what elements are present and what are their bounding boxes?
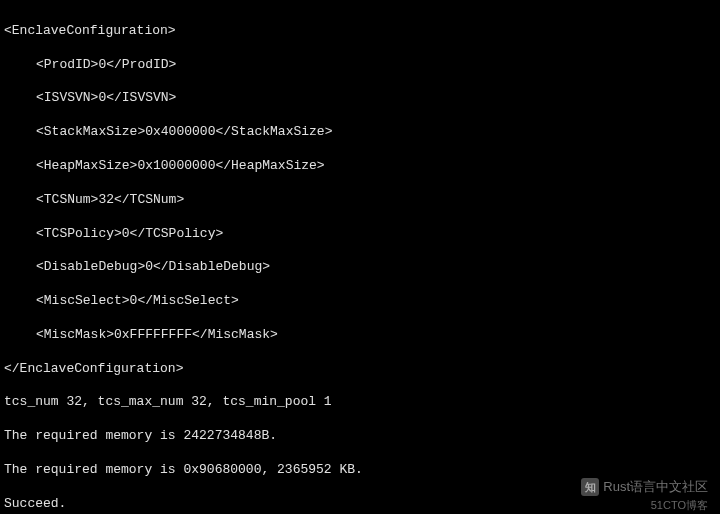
xml-miscselect: <MiscSelect>0</MiscSelect> [4, 293, 716, 310]
xml-heapmax: <HeapMaxSize>0x10000000</HeapMaxSize> [4, 158, 716, 175]
xml-miscmask: <MiscMask>0xFFFFFFFF</MiscMask> [4, 327, 716, 344]
watermark-overlay: 知 Rust语言中文社区 [581, 478, 708, 496]
xml-disabledebug: <DisableDebug>0</DisableDebug> [4, 259, 716, 276]
memory-line-1: The required memory is 2422734848B. [4, 428, 716, 445]
tcs-info: tcs_num 32, tcs_max_num 32, tcs_min_pool… [4, 394, 716, 411]
xml-open: <EnclaveConfiguration> [4, 23, 716, 40]
watermark-text: Rust语言中文社区 [603, 479, 708, 496]
xml-isvsvn: <ISVSVN>0</ISVSVN> [4, 90, 716, 107]
xml-stackmax: <StackMaxSize>0x4000000</StackMaxSize> [4, 124, 716, 141]
xml-close: </EnclaveConfiguration> [4, 361, 716, 378]
xml-tcsnum: <TCSNum>32</TCSNum> [4, 192, 716, 209]
xml-prodid: <ProdID>0</ProdID> [4, 57, 716, 74]
succeed-line: Succeed. [4, 496, 716, 513]
watermark-sub: 51CTO博客 [651, 498, 708, 512]
xml-tcspolicy: <TCSPolicy>0</TCSPolicy> [4, 226, 716, 243]
zhihu-icon: 知 [581, 478, 599, 496]
terminal-output[interactable]: <EnclaveConfiguration> <ProdID>0</ProdID… [4, 6, 716, 514]
memory-line-2: The required memory is 0x90680000, 23659… [4, 462, 716, 479]
